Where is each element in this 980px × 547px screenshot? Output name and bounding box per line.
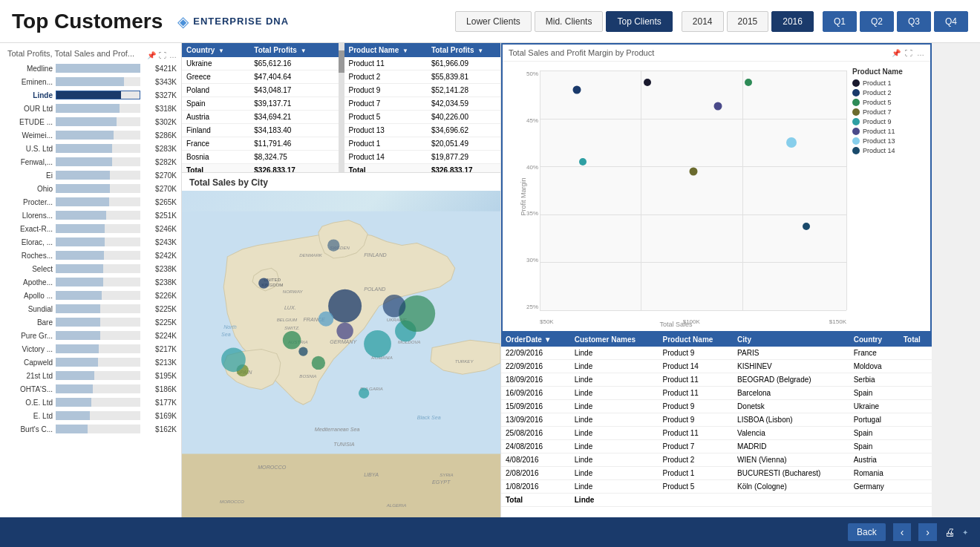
detail-table-row[interactable]: 4/08/2016 Linde Product 2 WIEN (Vienna) … <box>501 453 932 467</box>
country-table-row[interactable]: Bosnia$8,324.75 <box>182 151 339 164</box>
q3-button[interactable]: Q3 <box>897 11 931 32</box>
scatter-dot-product11[interactable] <box>713 102 722 111</box>
detail-table-row[interactable]: 16/09/2016 Linde Product 11 Barcelona Sp… <box>501 387 932 400</box>
bar-item-7[interactable]: Fenwal,... $282K <box>4 156 177 168</box>
customer-cell: Linde <box>570 440 659 453</box>
print-button[interactable]: 🖨 <box>944 526 955 538</box>
map-container[interactable]: UNITED KINGDOM SPAIN FRANCE GERMANY SWED… <box>182 191 500 543</box>
q2-button[interactable]: Q2 <box>860 11 894 32</box>
nav-prev-button[interactable]: ‹ <box>893 523 912 541</box>
svg-text:Black Sea: Black Sea <box>417 416 441 422</box>
product-table-row[interactable]: Product 13$34,696.62 <box>344 124 501 137</box>
product-table-row[interactable]: Product 5$40,226.00 <box>344 111 501 124</box>
scatter-dot-product7[interactable] <box>689 167 697 175</box>
sort-icon[interactable]: ▼ <box>477 48 483 54</box>
country-table-row[interactable]: Greece$47,404.64 <box>182 71 339 84</box>
nav-next-button[interactable]: › <box>918 523 937 541</box>
country-table-row[interactable]: France$11,791.46 <box>182 137 339 151</box>
detail-table-row[interactable]: 22/09/2016 Linde Product 14 KISHINEV Mol… <box>501 360 932 373</box>
bar-item-6[interactable]: U.S. Ltd $283K <box>4 143 177 154</box>
sort-icon[interactable]: ▼ <box>218 48 224 54</box>
bar-label: Medline <box>4 65 53 73</box>
detail-table-row[interactable]: 22/09/2016 Linde Product 9 PARIS France <box>501 347 932 360</box>
bar-item-14[interactable]: Roches... $242K <box>4 249 177 261</box>
scatter-pin-icon[interactable]: 📌 <box>892 49 901 57</box>
bar-item-11[interactable]: Llorens... $251K <box>4 209 177 221</box>
bar-track <box>56 398 140 407</box>
scatter-dot-product13[interactable] <box>786 137 797 148</box>
bar-item-26[interactable]: E. Ltd $169K <box>4 410 177 422</box>
scatter-dot-product9[interactable] <box>579 158 587 166</box>
q1-button[interactable]: Q1 <box>823 11 857 32</box>
sort-icon[interactable]: ▼ <box>402 48 408 54</box>
product-table-row[interactable]: Product 2$55,839.81 <box>344 71 501 84</box>
sort-icon[interactable]: ▼ <box>301 48 307 54</box>
product-table-row[interactable]: Product 11$61,966.09 <box>344 57 501 71</box>
product-table-row[interactable]: Product 9$52,141.28 <box>344 84 501 97</box>
bar-item-0[interactable]: Medline $421K <box>4 62 177 74</box>
country-table-scrollbar[interactable] <box>339 43 344 172</box>
sort-icon[interactable]: ▼ <box>544 335 552 344</box>
bar-item-1[interactable]: Eminen... $343K <box>4 76 177 88</box>
bar-item-13[interactable]: Elorac, ... $243K <box>4 236 177 248</box>
detail-table-row[interactable]: 15/09/2016 Linde Product 9 Donetsk Ukrai… <box>501 400 932 413</box>
panel-expand-icon[interactable]: ⛶ <box>159 51 166 59</box>
product-table-row[interactable]: Product 7$42,034.59 <box>344 97 501 111</box>
bar-item-20[interactable]: Pure Gr... $224K <box>4 330 177 341</box>
svg-point-37 <box>364 330 391 358</box>
bar-item-25[interactable]: O.E. Ltd $177K <box>4 396 177 408</box>
top-clients-button[interactable]: Top Clients <box>606 11 672 32</box>
country-table-row[interactable]: Ukraine$65,612.16 <box>182 57 339 71</box>
q4-button[interactable]: Q4 <box>934 11 968 32</box>
scatter-dot-product1[interactable] <box>644 79 651 86</box>
bar-item-18[interactable]: Sundial $225K <box>4 303 177 315</box>
country-cell: Ukraine <box>182 57 249 71</box>
bar-item-23[interactable]: 21st Ltd $195K <box>4 370 177 381</box>
x-tick-50k: $50K <box>540 318 554 325</box>
year-2016-button[interactable]: 2016 <box>771 11 814 32</box>
scatter-expand-icon[interactable]: ⛶ <box>905 49 912 57</box>
detail-table-row[interactable]: 1/08/2016 Linde Product 5 Köln (Cologne)… <box>501 480 932 494</box>
scatter-dot-product2[interactable] <box>572 85 581 94</box>
country-table-row[interactable]: Spain$39,137.71 <box>182 97 339 111</box>
bar-item-21[interactable]: Victory ... $217K <box>4 343 177 355</box>
customer-cell: Linde <box>570 400 659 413</box>
detail-table-row[interactable]: 25/08/2016 Linde Product 11 Valencia Spa… <box>501 427 932 440</box>
bar-item-15[interactable]: Select $238K <box>4 263 177 275</box>
detail-table-row[interactable]: 24/08/2016 Linde Product 7 MADRID Spain <box>501 440 932 453</box>
bar-item-10[interactable]: Procter... $265K <box>4 196 177 208</box>
mid-clients-button[interactable]: Mid. Clients <box>535 11 604 32</box>
bar-item-4[interactable]: ETUDE ... $302K <box>4 116 177 128</box>
scatter-more-icon[interactable]: … <box>917 49 924 57</box>
bar-item-3[interactable]: OUR Ltd $318K <box>4 102 177 114</box>
product-profits-cell: $20,051.49 <box>427 137 500 151</box>
country-table-row[interactable]: Finland$34,183.40 <box>182 124 339 137</box>
back-button[interactable]: Back <box>848 523 886 541</box>
scatter-dot-product14[interactable] <box>803 223 810 230</box>
bar-item-17[interactable]: Apollo ... $226K <box>4 289 177 301</box>
country-table-row[interactable]: Poland$43,048.17 <box>182 84 339 97</box>
detail-table-scroll[interactable]: OrderDate ▼ Customer Names Product Name … <box>501 333 932 538</box>
bar-item-16[interactable]: Apothe... $238K <box>4 276 177 288</box>
panel-more-icon[interactable]: … <box>169 51 177 59</box>
bar-item-9[interactable]: Ohio $270K <box>4 183 177 194</box>
detail-table-row[interactable]: 2/08/2016 Linde Product 1 BUCURESTI (Buc… <box>501 467 932 480</box>
bar-item-22[interactable]: Capweld $213K <box>4 356 177 368</box>
panel-pin-icon[interactable]: 📌 <box>147 51 156 59</box>
product-table-row[interactable]: Product 1$20,051.49 <box>344 137 501 151</box>
year-2015-button[interactable]: 2015 <box>727 11 769 32</box>
country-table-row[interactable]: Austria$34,694.21 <box>182 111 339 124</box>
lower-clients-button[interactable]: Lower Clients <box>455 11 532 32</box>
product-table-row[interactable]: Product 14$19,877.29 <box>344 151 501 164</box>
bar-item-24[interactable]: OHTA'S... $186K <box>4 383 177 395</box>
bar-item-5[interactable]: Weimei... $286K <box>4 129 177 141</box>
bar-item-19[interactable]: Bare $225K <box>4 316 177 328</box>
year-2014-button[interactable]: 2014 <box>682 11 724 32</box>
bar-item-8[interactable]: Ei $270K <box>4 169 177 181</box>
detail-table-row[interactable]: 18/09/2016 Linde Product 11 BEOGRAD (Bel… <box>501 373 932 387</box>
scatter-dot-product5[interactable] <box>745 79 752 86</box>
bar-item-27[interactable]: Burt's C... $162K <box>4 423 177 435</box>
bar-item-12[interactable]: Exact-R... $246K <box>4 223 177 235</box>
bar-item-2[interactable]: Linde $327K <box>4 89 177 101</box>
detail-table-row[interactable]: 13/09/2016 Linde Product 9 LISBOA (Lisbo… <box>501 413 932 427</box>
